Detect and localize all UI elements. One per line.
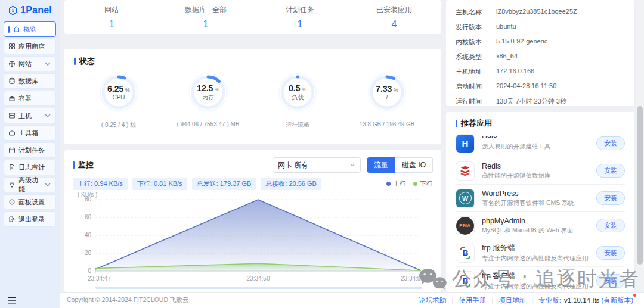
stat-value-link[interactable]: 4 [347, 19, 441, 30]
legend-download[interactable]: 下行 [413, 179, 433, 188]
sidebar-item-label: 容器 [18, 94, 32, 103]
app-row-wordpress: W WordPress著名的开源博客软件和 CMS 系统 安装 [456, 185, 625, 212]
sidebar-item-label: 面板设置 [18, 198, 45, 207]
page-scrollbar-thumb[interactable] [637, 106, 643, 265]
app-row-frp-client: B frp 客户端专注于内网穿透的高性能反向代理应用 安装 [456, 267, 625, 292]
host-row: 主机名称iZ8vbbyz2u3851c1bqee25Z [456, 8, 625, 17]
upload-rate-badge: 上行: 0.94 KB/s [73, 178, 128, 190]
total-received-badge: 总接收: 20.56 GB [261, 178, 321, 190]
gauge-caption: 13.8 GB / 196.49 GB [360, 121, 415, 127]
disk-io-tab-button[interactable]: 磁盘 IO [395, 157, 433, 173]
page-scrollbar-track[interactable] [636, 0, 644, 292]
disk-gauge: 7.33 %/ 13.8 GB / 196.49 GB [342, 71, 432, 129]
stat-value-link[interactable]: 1 [253, 19, 347, 30]
download-rate-badge: 下行: 0.81 KB/s [132, 178, 187, 190]
sidebar-item-label: 高级功能 [18, 176, 41, 194]
collapse-menu-icon[interactable] [7, 295, 17, 304]
status-section-title: 状态 [74, 56, 432, 67]
legend-dot-upload [386, 182, 391, 186]
svg-text:( KB/s ): ( KB/s ) [78, 191, 97, 198]
host-row: 启动时间2024-04-28 16:11:50 [456, 82, 625, 91]
brand-logo[interactable]: 1 1Panel [0, 0, 60, 20]
divider: | [451, 297, 453, 304]
container-icon [8, 95, 16, 102]
pro-edition-label: 专业版: [538, 296, 561, 305]
gauge-caption: ( 944.06 / 7553.47 ) MB [177, 121, 239, 127]
stat-databases: 数据库 - 全部 1 [159, 5, 253, 30]
new-version-link[interactable]: (有新版本) [601, 296, 633, 305]
monitor-card: 监控 网卡 所有 流量 磁盘 IO 上行: 0.94 KB/s 下行: 0.81… [64, 150, 441, 292]
monitor-section-title: 监控 [73, 160, 94, 170]
database-icon [8, 77, 16, 85]
install-button[interactable]: 安装 [596, 246, 625, 260]
traffic-tab-button[interactable]: 流量 [367, 157, 395, 173]
network-traffic-chart: 020406080( KB/s )23:34:4723:34:5023:34:5… [73, 191, 431, 285]
redis-app-icon [456, 161, 475, 181]
forum-help-link[interactable]: 论坛求助 [419, 296, 446, 305]
sidebar-menu: 概览 应用商店 网站 数据库 容器 主机 工具箱 [0, 20, 60, 230]
host-row: 发行版本ubuntu [456, 23, 625, 32]
manual-link[interactable]: 使用手册 [459, 296, 486, 305]
host-row: 内核版本5.15.0-92-generic [456, 38, 625, 46]
sidebar-item-host[interactable]: 主机 [4, 108, 56, 123]
sidebar-item-advanced[interactable]: 高级功能 [4, 177, 56, 192]
sidebar-item-label: 计划任务 [18, 146, 45, 155]
version-text: v1.10.14-lts [564, 297, 599, 304]
footer-bar: Copyright © 2014-2024 FIT2CLOUD 飞致云 论坛求助… [60, 292, 644, 308]
stat-label: 计划任务 [253, 5, 347, 15]
svg-text:B: B [462, 276, 468, 285]
sidebar-item-cronjob[interactable]: 计划任务 [4, 142, 56, 158]
chart-legend: 上行 下行 [386, 179, 433, 188]
sidebar-item-toolbox[interactable]: 工具箱 [4, 125, 56, 141]
host-row: 运行时间138天 7小时 23分钟 3秒 [456, 97, 625, 106]
brand-name: 1Panel [20, 5, 52, 15]
memory-gauge: 12.5 %内存 ( 944.06 / 7553.47 ) MB [163, 71, 253, 129]
app-row-frp-server: B frp 服务端专注于内网穿透的高性能反向代理应用 安装 [456, 239, 625, 267]
sidebar-item-label: 退出登录 [18, 215, 45, 224]
chevron-down-icon [44, 112, 51, 119]
svg-text:23:34:53: 23:34:53 [401, 275, 424, 282]
stat-value-link[interactable]: 1 [64, 19, 159, 30]
sidebar-item-label: 网站 [18, 60, 32, 69]
project-link[interactable]: 项目地址 [499, 296, 526, 305]
server-icon [8, 112, 16, 119]
sidebar-item-logs[interactable]: 日志审计 [4, 160, 56, 175]
svg-text:1: 1 [12, 8, 14, 13]
svg-text:23:34:50: 23:34:50 [247, 275, 270, 282]
sidebar-item-overview[interactable]: 概览 [4, 21, 56, 37]
title-accent-bar [456, 120, 457, 127]
host-row: 系统类型x86_64 [456, 52, 625, 61]
install-button[interactable]: 安装 [596, 274, 625, 288]
apps-section-title: 推荐应用 [456, 118, 625, 129]
svg-text:60: 60 [85, 214, 92, 220]
frp-server-app-icon: B [456, 244, 475, 263]
1panel-hexagon-icon: 1 [8, 5, 18, 15]
sidebar-item-label: 应用商店 [18, 42, 45, 51]
install-button[interactable]: 安装 [596, 136, 625, 150]
globe-icon [8, 60, 16, 67]
frp-client-app-icon: B [456, 271, 475, 290]
monitor-mode-toggle: 流量 磁盘 IO [367, 157, 433, 173]
install-button[interactable]: 安装 [596, 191, 625, 205]
stat-websites: 网站 1 [64, 5, 159, 30]
network-card-select[interactable]: 网卡 所有 [273, 157, 361, 173]
svg-text:20: 20 [85, 250, 92, 256]
sidebar-item-label: 工具箱 [18, 129, 38, 138]
sidebar-item-settings[interactable]: 面板设置 [4, 194, 56, 210]
stat-value-link[interactable]: 1 [159, 19, 253, 30]
legend-dot-download [413, 182, 417, 186]
legend-upload[interactable]: 上行 [386, 179, 406, 188]
sidebar-item-appstore[interactable]: 应用商店 [4, 39, 56, 54]
sidebar-item-logout[interactable]: 退出登录 [4, 211, 56, 227]
chart-horizontal-scrollbar[interactable] [95, 287, 422, 289]
svg-text:40: 40 [85, 232, 92, 238]
install-button[interactable]: 安装 [596, 219, 625, 232]
logout-icon [8, 216, 16, 223]
stat-label: 已安装应用 [347, 5, 441, 15]
sidebar-item-website[interactable]: 网站 [4, 56, 56, 71]
sidebar-item-database[interactable]: 数据库 [4, 73, 56, 89]
divider: | [531, 297, 533, 304]
install-button[interactable]: 安装 [596, 164, 625, 178]
sidebar-item-label: 主机 [18, 111, 32, 120]
sidebar-item-container[interactable]: 容器 [4, 91, 56, 106]
